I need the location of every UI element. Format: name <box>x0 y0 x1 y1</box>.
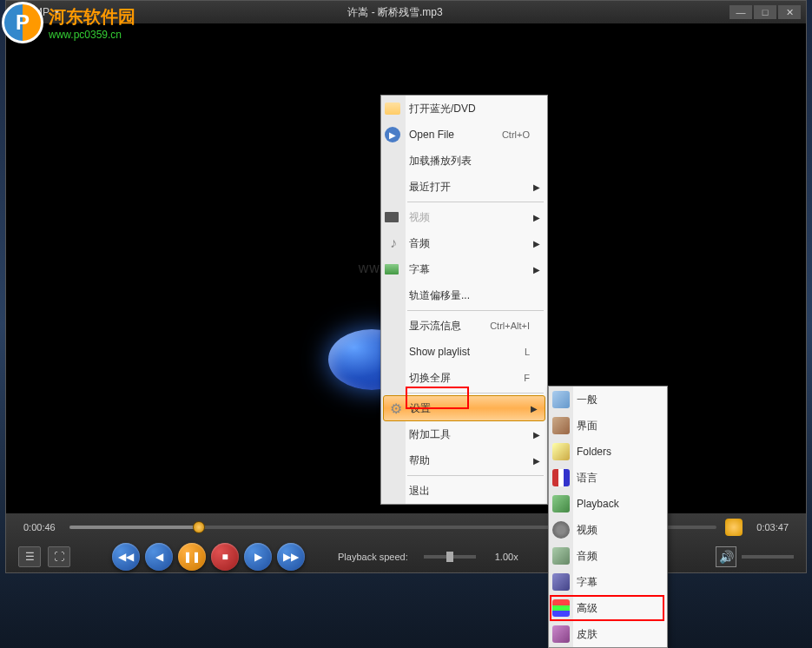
submenu-interface-label: 界面 <box>577 419 597 433</box>
fullscreen-button[interactable]: ⛶ <box>48 546 70 567</box>
video-icon <box>385 212 399 222</box>
next-button[interactable]: ▶ <box>244 543 272 571</box>
submenu-arrow-icon: ▶ <box>533 239 540 248</box>
submenu-arrow-icon: ▶ <box>533 430 540 440</box>
menu-show-playlist-shortcut: L <box>525 347 530 357</box>
menu-stream-info-shortcut: Ctrl+Alt+I <box>490 321 530 331</box>
menu-separator <box>407 202 544 202</box>
menu-audio[interactable]: ♪ 音频 ▶ <box>381 230 547 256</box>
menu-load-playlist-label: 加载播放列表 <box>409 154 472 169</box>
previous-button[interactable]: ◀ <box>145 543 173 571</box>
submenu-advanced-label: 高级 <box>577 601 597 616</box>
stop-button[interactable]: ■ <box>211 543 239 571</box>
menu-open-file-label: Open File <box>409 129 454 141</box>
audio-icon <box>552 547 570 565</box>
submenu-audio[interactable]: 音频 <box>549 543 667 569</box>
folder-icon <box>385 102 400 115</box>
language-icon <box>552 469 570 486</box>
pause-button[interactable]: ❚❚ <box>178 543 206 571</box>
menu-separator <box>407 393 544 393</box>
menu-addon-label: 附加工具 <box>409 427 451 442</box>
submenu-subtitle-label: 字幕 <box>577 575 597 590</box>
submenu-arrow-icon: ▶ <box>533 456 540 466</box>
submenu-interface[interactable]: 界面 <box>549 413 667 439</box>
menu-recent[interactable]: 最近打开 ▶ <box>381 174 547 200</box>
volume-icon[interactable]: 🔊 <box>716 546 736 567</box>
menu-open-file-shortcut: Ctrl+O <box>502 129 530 140</box>
menu-show-playlist[interactable]: Show playlist L <box>381 339 547 365</box>
submenu-advanced[interactable]: 高级 <box>549 595 667 621</box>
submenu-language[interactable]: 语言 <box>549 465 667 491</box>
menu-stream-info-label: 显示流信息 <box>409 319 461 334</box>
menu-subtitle-label: 字幕 <box>409 262 430 277</box>
controls-panel: 0:00:46 0:03:47 ☰ ⛶ ◀◀ ◀ ❚❚ ■ ▶ ▶▶ Playb… <box>6 513 806 572</box>
submenu-playback[interactable]: Playback <box>549 491 667 517</box>
menu-settings[interactable]: ⚙ 设置 ▶ <box>383 395 545 421</box>
maximize-button[interactable]: □ <box>754 5 776 19</box>
menu-fullscreen-label: 切换全屏 <box>409 371 451 386</box>
submenu-subtitle[interactable]: 字幕 <box>549 569 667 595</box>
menu-open-file[interactable]: ▶ Open File Ctrl+O <box>381 122 547 148</box>
menu-subtitle[interactable]: 字幕 ▶ <box>381 256 547 282</box>
elapsed-time: 0:00:46 <box>18 520 61 534</box>
speed-thumb[interactable] <box>446 552 453 562</box>
volume-slider[interactable] <box>742 555 794 559</box>
menu-video-label: 视频 <box>409 210 430 225</box>
submenu-skin[interactable]: 皮肤 <box>549 621 667 647</box>
submenu-arrow-icon: ▶ <box>531 404 538 413</box>
app-dropdown-icon[interactable]: ▼ <box>53 8 61 17</box>
submenu-arrow-icon: ▶ <box>533 265 540 274</box>
context-menu: 打开蓝光/DVD ▶ Open File Ctrl+O 加载播放列表 最近打开 … <box>380 95 548 505</box>
submenu-general[interactable]: 一般 <box>549 387 667 413</box>
progress-fill <box>69 526 199 529</box>
minimize-button[interactable]: — <box>729 5 752 19</box>
subtitle-icon <box>552 573 570 591</box>
rewind-button[interactable]: ◀◀ <box>112 543 140 571</box>
interface-icon <box>552 417 570 434</box>
file-icon: ▶ <box>385 127 400 142</box>
titlebar: VMP ▼ 许嵩 - 断桥残雪.mp3 — □ ✕ <box>6 1 806 23</box>
menu-stream-info[interactable]: 显示流信息 Ctrl+Alt+I <box>381 313 547 339</box>
menu-track-offset[interactable]: 轨道偏移量... <box>381 282 547 308</box>
menu-help-label: 帮助 <box>409 453 430 468</box>
menu-open-dvd[interactable]: 打开蓝光/DVD <box>381 96 547 122</box>
submenu-video[interactable]: 视频 <box>549 517 667 543</box>
menu-fullscreen[interactable]: 切换全屏 F <box>381 365 547 391</box>
menu-settings-label: 设置 <box>410 401 431 416</box>
skin-icon <box>552 625 570 643</box>
submenu-folders-label: Folders <box>577 446 611 458</box>
window-title: 许嵩 - 断桥残雪.mp3 <box>61 5 729 20</box>
playlist-view-button[interactable]: ☰ <box>18 546 41 567</box>
menu-exit-label: 退出 <box>409 484 430 499</box>
submenu-arrow-icon: ▶ <box>533 213 540 222</box>
menu-load-playlist[interactable]: 加载播放列表 <box>381 148 547 174</box>
close-button[interactable]: ✕ <box>778 5 801 19</box>
menu-help[interactable]: 帮助 ▶ <box>381 447 547 473</box>
submenu-arrow-icon: ▶ <box>533 182 540 192</box>
advanced-icon <box>552 599 570 617</box>
menu-separator <box>407 310 544 311</box>
speed-label: Playback speed: <box>338 552 408 562</box>
menu-show-playlist-label: Show playlist <box>409 346 470 358</box>
menu-recent-label: 最近打开 <box>409 180 451 195</box>
forward-button[interactable]: ▶▶ <box>277 543 305 571</box>
submenu-general-label: 一般 <box>577 393 597 407</box>
speed-slider[interactable] <box>424 555 476 559</box>
video-icon <box>552 521 570 539</box>
subtitle-icon <box>385 264 399 274</box>
submenu-playback-label: Playback <box>577 498 619 510</box>
app-icon <box>11 6 23 18</box>
progress-thumb[interactable] <box>193 521 205 533</box>
playback-icon <box>552 495 570 512</box>
submenu-skin-label: 皮肤 <box>577 627 597 642</box>
menu-separator <box>407 475 544 476</box>
menu-addon[interactable]: 附加工具 ▶ <box>381 421 547 447</box>
folders-icon <box>552 443 570 460</box>
submenu-audio-label: 音频 <box>577 549 597 564</box>
audio-icon: ♪ <box>385 235 402 252</box>
app-name: VMP <box>27 6 50 18</box>
visualizer-button[interactable] <box>725 519 743 536</box>
submenu-video-label: 视频 <box>577 523 597 538</box>
submenu-folders[interactable]: Folders <box>549 439 667 465</box>
menu-exit[interactable]: 退出 <box>381 478 547 504</box>
